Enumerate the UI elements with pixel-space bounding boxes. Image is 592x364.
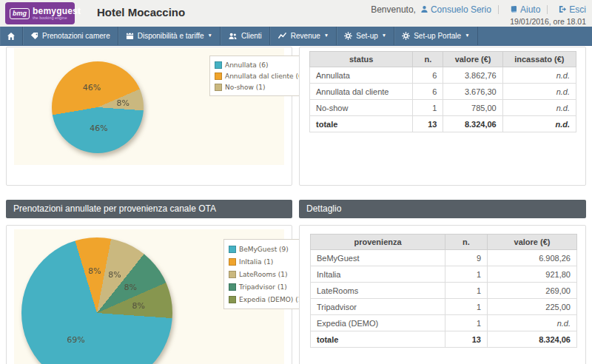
ota-chart-legend: BeMyGuest (9)InItalia (1)LateRooms (1)Tr…: [223, 239, 310, 309]
legend-item[interactable]: Annullata (6): [215, 59, 305, 70]
table-cell: Expedia (DEMO): [311, 315, 445, 331]
logo-brand: bemyguest: [33, 7, 81, 16]
table-cell: 9: [445, 250, 488, 266]
logo-tagline: the booking engine: [33, 16, 81, 21]
legend-item[interactable]: Expedia (DEMO) (1): [229, 293, 305, 306]
chevron-down-icon: ▼: [324, 33, 329, 38]
legend-item[interactable]: No-show (1): [215, 81, 305, 92]
slice-percent-label: 46%: [90, 123, 107, 132]
column-header: status: [310, 52, 413, 67]
table-cell: Tripadvisor: [311, 299, 445, 315]
table-cell: 921,80: [488, 266, 577, 283]
table-cell: 3.676,30: [443, 84, 502, 100]
nav-item-label: Set-up: [356, 32, 377, 40]
chevron-down-icon: ▼: [465, 33, 469, 38]
table-cell: 269,00: [488, 283, 577, 299]
legend-item[interactable]: BeMyGuest (9): [229, 243, 305, 255]
table-cell: Annullata: [310, 67, 413, 84]
table-cell: 3.862,76: [443, 67, 502, 84]
legend-label: No-show (1): [225, 84, 266, 91]
app-window: bmg bemyguest the booking engine Hotel M…: [0, 0, 592, 364]
nav-item-revenue[interactable]: Revenue▼: [270, 27, 337, 45]
nav-item-set-up-portale[interactable]: Set-up Portale▼: [394, 27, 477, 45]
ota-chart-panel: 69%8%8%8%8% BeMyGuest (9)InItalia (1)Lat…: [6, 225, 292, 364]
slice-percent-label: 8%: [108, 270, 121, 280]
help-link[interactable]: Aiuto: [505, 4, 540, 15]
legend-swatch: [215, 84, 222, 91]
table-row: LateRooms1269,00: [311, 283, 577, 299]
legend-label: InItalia (1): [239, 258, 273, 266]
table-cell: totale: [310, 116, 413, 132]
table-cell: 8.324,06: [488, 331, 577, 348]
nav-item-set-up[interactable]: Set-up▼: [337, 27, 394, 45]
bemyguest-logo[interactable]: bmg bemyguest the booking engine: [5, 2, 75, 24]
user-account-link[interactable]: Consuelo Serio: [416, 4, 491, 15]
nav-item-label: Clienti: [241, 32, 262, 40]
column-header: n.: [445, 235, 488, 250]
datetime-label: 19/01/2016, ore 18.01: [371, 17, 586, 26]
status-chart-area: 46%46%8% Annullata (6)Annullata dal clie…: [14, 48, 284, 165]
detail-table-panel: provenienzan.valore (€)BeMyGuest96.908,2…: [299, 225, 586, 364]
nav-item-label: Disponibilità e tariffe: [138, 32, 204, 40]
legend-label: Annullata (6): [225, 61, 268, 69]
slice-percent-label: 46%: [83, 83, 101, 92]
table-total-row: totale138.324,06n.d.: [310, 116, 576, 132]
column-header: valore (€): [443, 52, 502, 67]
slice-percent-label: 69%: [67, 334, 84, 344]
welcome-label: Benvenuto,: [371, 4, 416, 15]
column-header: incassato (€): [502, 52, 576, 67]
legend-item[interactable]: Tripadvisor (1): [229, 280, 305, 293]
table-row: Annullata63.862,76n.d.: [310, 67, 576, 84]
legend-label: Annullata dal cliente (6): [225, 73, 305, 80]
legend-swatch: [215, 61, 222, 69]
slice-percent-label: 8%: [132, 301, 145, 311]
table-cell: n.d.: [502, 67, 576, 84]
table-cell: No-show: [310, 100, 413, 116]
table-cell: BeMyGuest: [311, 250, 445, 266]
home-icon: [7, 32, 16, 41]
nav-item-disponibilita-e-tariffe[interactable]: Disponibilità e tariffe▼: [118, 27, 221, 45]
legend-item[interactable]: InItalia (1): [229, 255, 305, 268]
legend-label: Expedia (DEMO) (1): [239, 296, 305, 303]
table-cell: 6: [413, 84, 443, 100]
divider: [498, 5, 499, 14]
users-icon: [228, 32, 238, 40]
nav-item-home[interactable]: [0, 27, 23, 45]
table-cell: n.d.: [502, 84, 576, 100]
table-cell: 1: [413, 100, 443, 116]
logout-icon: [559, 5, 567, 13]
gear-icon: [402, 32, 410, 40]
logout-link[interactable]: Esci: [554, 4, 586, 15]
ota-chart-area: 69%8%8%8%8% BeMyGuest (9)InItalia (1)Lat…: [14, 229, 284, 364]
table-cell: Annullata dal cliente: [310, 84, 413, 100]
column-header: n.: [413, 52, 443, 67]
table-row: BeMyGuest96.908,26: [311, 250, 577, 266]
legend-item[interactable]: Annullata dal cliente (6): [215, 70, 305, 81]
status-pie-chart[interactable]: 46%46%8%: [52, 61, 144, 153]
table-row: No-show1785,00n.d.: [310, 100, 576, 116]
chart-icon: [278, 32, 287, 40]
table-cell: 1: [445, 299, 488, 315]
table-cell: 13: [445, 331, 488, 348]
nav-item-clienti[interactable]: Clienti: [221, 27, 270, 45]
nav-item-prenotazioni-camere[interactable]: Prenotazioni camere: [23, 27, 118, 45]
table-cell: 8.324,06: [443, 116, 502, 132]
table-cell: 13: [413, 116, 443, 132]
logo-badge: bmg: [10, 8, 30, 19]
table-cell: n.d.: [502, 116, 576, 132]
nav-item-label: Revenue: [291, 32, 320, 40]
legend-swatch: [229, 258, 236, 266]
divider: [547, 5, 548, 14]
table-cell: n.d.: [488, 315, 577, 331]
table-cell: 225,00: [488, 299, 577, 315]
legend-label: Tripadvisor (1): [239, 283, 287, 291]
table-cell: 1: [445, 315, 488, 331]
table-row: Tripadvisor1225,00: [311, 299, 577, 315]
main-nav: Prenotazioni camereDisponibilità e tarif…: [0, 27, 592, 46]
slice-percent-label: 8%: [116, 98, 129, 108]
chevron-down-icon: ▼: [208, 33, 212, 38]
ota-pie-chart[interactable]: 69%8%8%8%8%: [21, 237, 172, 364]
column-header: valore (€): [488, 235, 577, 250]
status-table-panel: statusn.valore (€)incassato (€)Annullata…: [299, 47, 586, 186]
legend-item[interactable]: LateRooms (1): [229, 268, 305, 280]
